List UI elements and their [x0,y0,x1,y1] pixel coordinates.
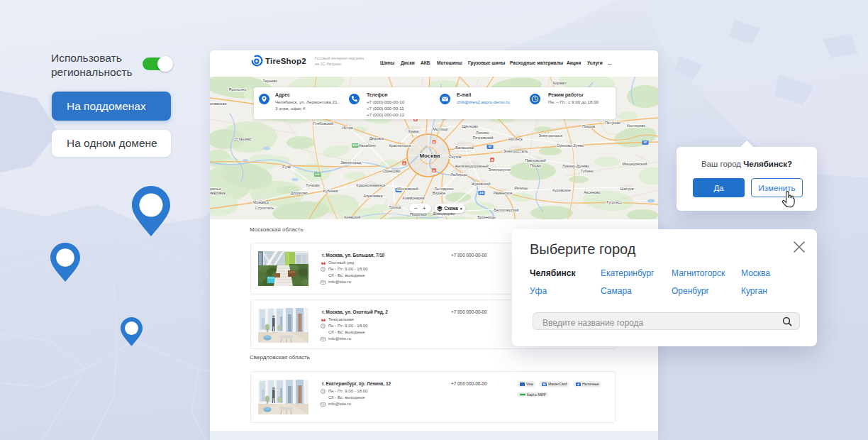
svg-text:Балашиха: Балашиха [455,145,474,150]
svg-text:Костерево: Костерево [627,123,645,128]
svg-text:Коммунарка: Коммунарка [403,196,425,200]
svg-text:Уваровка: Уваровка [210,191,226,195]
svg-text:Красногорск: Красногорск [389,143,411,148]
svg-text:Павловский: Павловский [525,158,546,163]
svg-text:Одинцово: Одинцово [382,169,400,173]
svg-text:Ликино-Дулёво: Ликино-Дулёво [562,164,589,168]
svg-text:Тернево: Тернево [263,79,278,83]
svg-text:Раменское: Раменское [493,191,512,195]
svg-text:Звенигород: Звенигород [341,160,362,165]
svg-text:Бронницы: Бронницы [477,215,496,219]
svg-text:Тyголесс: Тyголесс [606,200,623,204]
svg-text:Мытищи: Мытищи [433,127,447,131]
svg-text:Шатура: Шатура [621,187,634,191]
svg-text:А107: А107 [352,144,358,147]
svg-text:Дедовск: Дедовск [369,136,384,141]
svg-text:Жуковский: Жуковский [472,182,491,186]
svg-text:Реутов: Реутов [449,155,461,159]
svg-text:Московский: Московский [397,187,418,191]
svg-text:Строитель: Строитель [255,206,274,210]
svg-text:Посад: Посад [530,163,542,167]
svg-text:Покров: Покров [582,124,595,128]
svg-text:Краснознаменск: Краснознаменск [357,183,386,187]
svg-text:Петушки: Петушки [605,121,621,125]
svg-text:Осташёво: Осташёво [233,137,251,141]
svg-text:Видное: Видное [433,191,446,195]
svg-text:Щёлково: Щёлково [462,124,478,128]
svg-text:Белоозёрский: Белоозёрский [494,208,518,212]
svg-text:Можайск: Можайск [253,200,269,204]
svg-text:Речицы: Речицы [515,186,528,190]
svg-text:М7: М7 [644,141,647,144]
svg-text:Химки: Химки [408,129,419,133]
svg-text:Лосино-: Лосино- [476,131,490,135]
svg-text:Ногинск: Ногинск [508,137,523,141]
svg-text:Электроугли: Электроугли [488,167,510,172]
svg-text:Мищеронский: Мищеронский [623,162,647,166]
svg-text:VISA: VISA [520,384,524,386]
svg-text:Руза: Руза [282,165,291,169]
svg-text:Киевский: Киевский [344,215,360,219]
svg-text:Кубинка: Кубинка [323,189,338,193]
svg-text:Орехово-Зуево: Орехово-Зуево [557,143,584,148]
svg-text:Аксеново: Аксеново [584,190,600,194]
svg-text:Троицк: Троицк [389,205,401,209]
svg-text:Тучково: Тучково [306,183,320,187]
svg-text:Москва: Москва [419,153,440,159]
svg-text:Д/А: Д/А [479,192,484,194]
svg-text:Ярополец: Ярополец [229,87,247,92]
svg-text:Апрелевка: Апрелевка [364,194,383,198]
svg-text:Петровский: Петровский [472,136,493,140]
svg-text:Глебовский: Глебовский [313,121,334,126]
svg-text:Губино: Губино [581,169,593,173]
svg-text:Дорохово: Дорохово [291,191,308,195]
svg-text:Киржач: Киржач [553,81,567,85]
svg-text:Люберцы: Люберцы [450,172,467,177]
svg-text:Волоколамская: Волоколамская [210,101,227,106]
svg-text:Куровское: Куровское [552,188,571,192]
svg-text:Нахабино: Нахабино [359,143,377,148]
svg-text:Электрогорск: Электрогорск [538,133,562,138]
svg-text:А107: А107 [315,173,321,176]
svg-text:Электросталь: Электросталь [503,149,528,153]
svg-text:Железнодорожный: Железнодорожный [455,164,489,168]
svg-text:М7: М7 [489,145,492,148]
svg-text:Истра: Истра [342,126,352,130]
